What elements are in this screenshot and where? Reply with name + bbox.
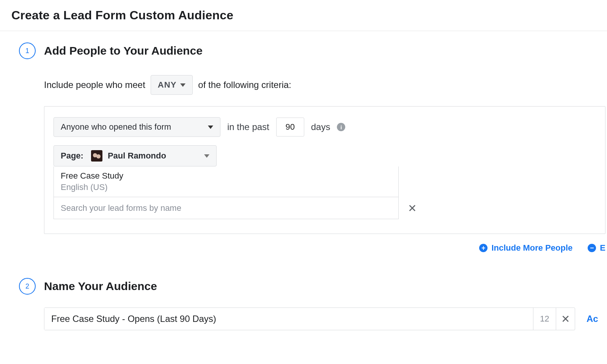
audience-name-clear-button[interactable]: ✕	[556, 308, 575, 330]
titlebar: Create a Lead Form Custom Audience	[0, 0, 607, 31]
lead-form-search-input[interactable]	[53, 197, 399, 219]
step1-header: 1 Add People to Your Audience	[19, 42, 599, 59]
minus-circle-icon: −	[588, 244, 596, 252]
step1-number-badge: 1	[19, 42, 36, 59]
clear-criteria-button[interactable]: ✕	[406, 202, 418, 215]
step1-heading: Add People to Your Audience	[44, 44, 203, 57]
days-input[interactable]	[276, 118, 304, 136]
chevron-down-icon	[180, 83, 186, 87]
plus-circle-icon: +	[479, 244, 487, 252]
page-title: Create a Lead Form Custom Audience	[11, 8, 596, 22]
selected-lead-form[interactable]: Free Case Study English (US)	[53, 166, 399, 197]
selected-lead-form-locale: English (US)	[61, 182, 392, 192]
include-sentence: Include people who meet ANY of the follo…	[44, 75, 599, 95]
close-icon: ✕	[560, 313, 571, 325]
criteria-actions: + Include More People − E	[44, 243, 605, 253]
engagement-option-label: Anyone who opened this form	[61, 122, 171, 132]
include-text-post: of the following criteria:	[198, 80, 291, 90]
step2-heading: Name Your Audience	[44, 280, 157, 293]
lead-form-audience-page: Create a Lead Form Custom Audience 1 Add…	[0, 0, 607, 364]
search-row: ✕	[53, 197, 596, 219]
criteria-box: Anyone who opened this form in the past …	[44, 106, 605, 234]
match-type-label: ANY	[158, 80, 176, 90]
page-avatar	[91, 150, 102, 162]
step1-number: 1	[25, 47, 29, 55]
include-text-pre: Include people who meet	[44, 80, 145, 90]
step2-number: 2	[25, 282, 29, 290]
step2-number-badge: 2	[19, 278, 36, 295]
chevron-down-icon	[208, 126, 213, 129]
engagement-row: Anyone who opened this form in the past …	[53, 117, 596, 137]
days-label: days	[311, 122, 330, 132]
selected-lead-form-name: Free Case Study	[61, 171, 392, 181]
include-more-people-label: Include More People	[491, 243, 572, 253]
step2-body: 12 ✕ Ac	[44, 308, 599, 330]
exclude-people-button[interactable]: − E	[588, 243, 605, 253]
info-icon[interactable]: i	[337, 123, 345, 131]
content: 1 Add People to Your Audience Include pe…	[0, 31, 607, 330]
include-more-people-button[interactable]: + Include More People	[479, 243, 572, 253]
page-name-label: Paul Ramondo	[108, 151, 166, 161]
exclude-people-label-partial: E	[600, 243, 605, 253]
step2-header: 2 Name Your Audience	[19, 278, 599, 295]
step1-body: Include people who meet ANY of the follo…	[44, 75, 599, 253]
engagement-dropdown[interactable]: Anyone who opened this form	[53, 117, 220, 137]
audience-name-input-wrap: 12 ✕	[44, 308, 575, 330]
audience-name-row: 12 ✕ Ac	[44, 308, 605, 330]
add-description-link-partial[interactable]: Ac	[587, 314, 598, 324]
in-the-past-label: in the past	[227, 122, 269, 132]
audience-name-input[interactable]	[44, 308, 533, 330]
page-prefix-label: Page:	[61, 151, 83, 161]
match-type-dropdown[interactable]: ANY	[151, 75, 193, 95]
page-dropdown[interactable]: Page: Paul Ramondo	[53, 145, 217, 166]
audience-name-char-remaining: 12	[533, 308, 556, 330]
chevron-down-icon	[204, 154, 209, 158]
